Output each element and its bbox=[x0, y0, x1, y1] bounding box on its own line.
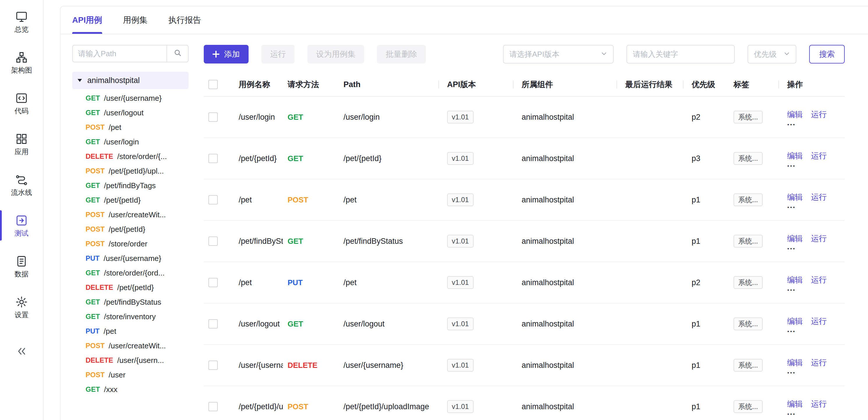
col-tag: 标签 bbox=[729, 79, 782, 90]
more-icon[interactable] bbox=[787, 203, 840, 208]
sidebar-item-apps[interactable]: 应用 bbox=[0, 123, 43, 164]
tree-item[interactable]: GET /pet/findByTags bbox=[72, 178, 189, 193]
tree-item[interactable]: DELETE /store/order/{... bbox=[72, 149, 189, 164]
main-content: API用例 用例集 执行报告 bbox=[44, 0, 868, 420]
tree-item[interactable]: GET /user/logout bbox=[72, 106, 189, 120]
cell-method: PUT bbox=[283, 278, 339, 287]
tree-item[interactable]: GET /xxx bbox=[72, 382, 189, 397]
tree-item[interactable]: POST /user/createWit... bbox=[72, 338, 189, 353]
more-icon[interactable] bbox=[787, 286, 840, 290]
run-link[interactable]: 运行 bbox=[811, 151, 827, 161]
api-version-placeholder: 请选择API版本 bbox=[509, 49, 559, 59]
row-checkbox[interactable] bbox=[209, 154, 218, 163]
architecture-icon bbox=[15, 51, 28, 64]
path-search-input[interactable] bbox=[72, 45, 166, 62]
tree-item[interactable]: POST /pet bbox=[72, 120, 189, 134]
row-checkbox[interactable] bbox=[209, 195, 218, 205]
tree-search-button[interactable] bbox=[166, 45, 189, 62]
table-header: 用例名称 请求方法 Path API版本 所属组件 最后运行结果 优先级 标签 … bbox=[204, 73, 845, 97]
add-button[interactable]: 添加 bbox=[204, 45, 249, 63]
sidebar-item-settings[interactable]: 设置 bbox=[0, 287, 43, 327]
case-table-panel: 添加 运行 设为用例集 批量删除 请选择API版本 bbox=[204, 34, 868, 420]
tree-item[interactable]: POST /user bbox=[72, 367, 189, 382]
cell-actions: 编辑 运行 bbox=[782, 357, 845, 373]
more-icon[interactable] bbox=[787, 410, 840, 415]
tree-item[interactable]: POST /pet/{petId}/upl... bbox=[72, 164, 189, 178]
tree-item[interactable]: GET /user/{username} bbox=[72, 91, 189, 106]
more-icon[interactable] bbox=[787, 162, 840, 166]
more-icon[interactable] bbox=[787, 244, 840, 249]
tab-case-suites[interactable]: 用例集 bbox=[123, 6, 148, 34]
method-label: DELETE bbox=[86, 152, 113, 160]
sidebar-item-overview[interactable]: 总览 bbox=[0, 1, 43, 42]
cell-name: /user/logout bbox=[234, 320, 283, 329]
run-link[interactable]: 运行 bbox=[811, 316, 827, 327]
tree-root-node[interactable]: animalhostpital bbox=[72, 72, 189, 89]
run-link[interactable]: 运行 bbox=[811, 275, 827, 285]
batch-delete-button[interactable]: 批量删除 bbox=[377, 45, 426, 63]
select-all-checkbox[interactable] bbox=[209, 80, 218, 89]
tag-badge: 系统... bbox=[734, 152, 763, 165]
cell-actions: 编辑 运行 bbox=[782, 316, 845, 332]
method-label: DELETE bbox=[86, 356, 113, 364]
run-button[interactable]: 运行 bbox=[261, 45, 294, 63]
tree-item[interactable]: POST /user/createWit... bbox=[72, 207, 189, 222]
tree-item[interactable]: POST /pet/{petId} bbox=[72, 222, 189, 237]
tree-item[interactable]: GET /user/login bbox=[72, 134, 189, 149]
set-suite-button[interactable]: 设为用例集 bbox=[307, 45, 364, 63]
run-link[interactable]: 运行 bbox=[811, 357, 827, 368]
cell-actions: 编辑 运行 bbox=[782, 192, 845, 208]
sidebar-item-label: 应用 bbox=[14, 148, 29, 155]
cell-actions: 编辑 运行 bbox=[782, 399, 845, 415]
cell-path: /pet bbox=[339, 196, 442, 205]
more-icon[interactable] bbox=[787, 120, 840, 125]
sidebar-collapse-button[interactable] bbox=[0, 340, 43, 365]
row-checkbox[interactable] bbox=[209, 113, 218, 122]
keyword-input[interactable] bbox=[626, 45, 735, 63]
row-checkbox[interactable] bbox=[209, 237, 218, 246]
search-icon bbox=[173, 48, 182, 59]
tree-item[interactable]: GET /pet/{petId} bbox=[72, 193, 189, 207]
method-label: GET bbox=[86, 385, 100, 393]
tree-item[interactable]: GET /store/order/{ord... bbox=[72, 266, 189, 280]
sidebar-item-test[interactable]: 测试 bbox=[0, 205, 43, 246]
cell-name: /user/{userna... bbox=[234, 361, 283, 370]
method-label: POST bbox=[86, 371, 104, 379]
path-label: /pet/{petId} bbox=[117, 283, 154, 292]
sidebar-item-architecture[interactable]: 架构图 bbox=[0, 42, 43, 83]
api-version-select[interactable]: 请选择API版本 bbox=[503, 45, 614, 63]
run-link[interactable]: 运行 bbox=[811, 109, 827, 120]
tree-item[interactable]: DELETE /pet/{petId} bbox=[72, 280, 189, 295]
tree-item[interactable]: GET /store/inventory bbox=[72, 309, 189, 324]
row-checkbox[interactable] bbox=[209, 361, 218, 370]
tree-item[interactable]: POST /store/order bbox=[72, 237, 189, 251]
more-icon[interactable] bbox=[787, 368, 840, 373]
row-checkbox[interactable] bbox=[209, 278, 218, 287]
run-link[interactable]: 运行 bbox=[811, 233, 827, 244]
method-label: GET bbox=[86, 196, 100, 204]
cell-path: /pet/{petId}/uploadImage bbox=[339, 402, 442, 411]
tree-item[interactable]: DELETE /user/{usern... bbox=[72, 353, 189, 367]
cell-priority: p1 bbox=[687, 361, 729, 370]
plus-icon bbox=[213, 51, 219, 58]
tree-item[interactable]: PUT /user/{username} bbox=[72, 251, 189, 266]
run-link[interactable]: 运行 bbox=[811, 399, 827, 409]
row-checkbox[interactable] bbox=[209, 402, 218, 411]
run-link[interactable]: 运行 bbox=[811, 192, 827, 203]
more-icon[interactable] bbox=[787, 327, 840, 332]
tree-item[interactable]: GET /pet/findByStatus bbox=[72, 295, 189, 309]
tree-item[interactable]: PUT /pet bbox=[72, 324, 189, 338]
search-button[interactable]: 搜索 bbox=[809, 45, 845, 63]
method-label: GET bbox=[86, 269, 100, 277]
sidebar-item-pipeline[interactable]: 流水线 bbox=[0, 164, 43, 205]
sidebar-item-data[interactable]: 数据 bbox=[0, 246, 43, 287]
method-label: GET bbox=[86, 109, 100, 117]
priority-select[interactable]: 优先级 bbox=[747, 45, 796, 63]
path-label: /pet bbox=[104, 327, 116, 336]
sidebar-item-code[interactable]: 代码 bbox=[0, 83, 43, 123]
row-checkbox[interactable] bbox=[209, 319, 218, 329]
tab-exec-reports[interactable]: 执行报告 bbox=[168, 6, 201, 34]
col-component: 所属组件 bbox=[517, 79, 621, 90]
tab-api-cases[interactable]: API用例 bbox=[72, 6, 102, 34]
method-label: GET bbox=[86, 181, 100, 190]
